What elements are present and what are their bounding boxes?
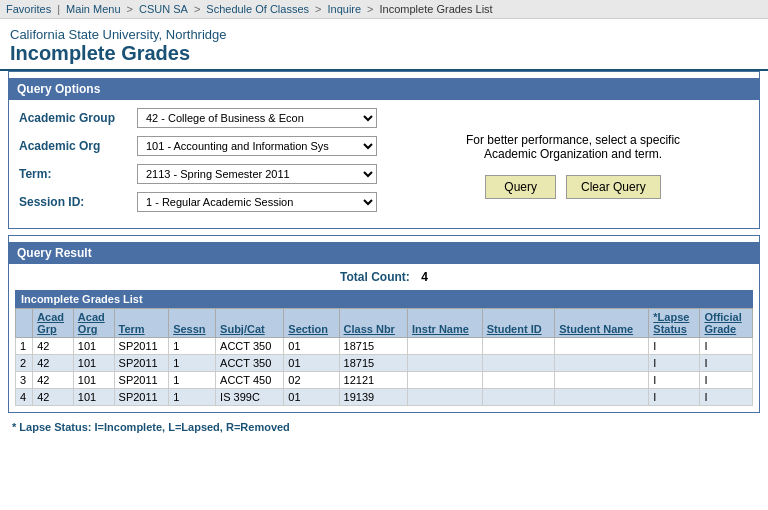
col-class-nbr-link[interactable]: Class Nbr [344, 323, 395, 335]
col-lapse-status: *LapseStatus [649, 309, 700, 338]
col-sessn: Sessn [169, 309, 216, 338]
table-cell: 4 [16, 389, 33, 406]
term-select[interactable]: 2113 - Spring Semester 2011 [137, 164, 377, 184]
table-cell: ACCT 450 [216, 372, 284, 389]
session-id-row: Session ID: 1 - Regular Academic Session [19, 192, 377, 212]
table-cell: 01 [284, 338, 339, 355]
col-acad-org-link[interactable]: AcadOrg [78, 311, 105, 335]
table-cell: 101 [73, 355, 114, 372]
table-cell: 42 [33, 389, 74, 406]
table-cell: 1 [169, 389, 216, 406]
session-id-label: Session ID: [19, 195, 129, 209]
nav-csun-sa[interactable]: CSUN SA [139, 3, 188, 15]
col-acad-grp-link[interactable]: AcadGrp [37, 311, 64, 335]
table-cell: SP2011 [114, 355, 169, 372]
academic-org-select[interactable]: 101 - Accounting and Information Sys [137, 136, 377, 156]
col-subj-cat-link[interactable]: Subj/Cat [220, 323, 265, 335]
col-acad-grp: AcadGrp [33, 309, 74, 338]
table-cell [555, 372, 649, 389]
sep5: > [367, 3, 373, 15]
breadcrumb: Favorites | Main Menu > CSUN SA > Schedu… [0, 0, 768, 19]
table-cell [482, 355, 555, 372]
table-cell: 01 [284, 355, 339, 372]
table-cell: I [649, 372, 700, 389]
table-cell: 42 [33, 372, 74, 389]
table-cell [555, 355, 649, 372]
table-container: Incomplete Grades List AcadGrp AcadOrg T… [9, 290, 759, 412]
table-cell: 02 [284, 372, 339, 389]
lapse-status-note: * Lapse Status: I=Incomplete, L=Lapsed, … [8, 413, 760, 437]
academic-group-select[interactable]: 42 - College of Business & Econ [137, 108, 377, 128]
col-student-name-link[interactable]: Student Name [559, 323, 633, 335]
table-cell: I [649, 338, 700, 355]
table-title: Incomplete Grades List [15, 290, 753, 308]
table-cell: ACCT 350 [216, 338, 284, 355]
table-cell: 1 [16, 338, 33, 355]
table-cell: 101 [73, 389, 114, 406]
table-cell: SP2011 [114, 372, 169, 389]
col-num [16, 309, 33, 338]
col-instr-name-link[interactable]: Instr Name [412, 323, 469, 335]
table-cell: 1 [169, 355, 216, 372]
col-section: Section [284, 309, 339, 338]
nav-main-menu[interactable]: Main Menu [66, 3, 120, 15]
query-result-panel: Query Result Total Count: 4 Incomplete G… [8, 235, 760, 413]
col-student-id-link[interactable]: Student ID [487, 323, 542, 335]
col-sessn-link[interactable]: Sessn [173, 323, 205, 335]
academic-org-label: Academic Org [19, 139, 129, 153]
performance-note: For better performance, select a specifi… [443, 133, 703, 161]
col-section-link[interactable]: Section [288, 323, 328, 335]
table-row: 142101SP20111ACCT 3500118715II [16, 338, 753, 355]
table-cell: 1 [169, 338, 216, 355]
grades-tbody: 142101SP20111ACCT 3500118715II242101SP20… [16, 338, 753, 406]
col-official-grade-link[interactable]: OfficialGrade [704, 311, 741, 335]
table-cell: 19139 [339, 389, 407, 406]
table-cell: I [649, 389, 700, 406]
nav-schedule-classes[interactable]: Schedule Of Classes [206, 3, 309, 15]
col-instr-name: Instr Name [407, 309, 482, 338]
sep1: | [57, 3, 60, 15]
nav-favorites[interactable]: Favorites [6, 3, 51, 15]
table-cell [482, 372, 555, 389]
button-row: Query Clear Query [485, 175, 660, 199]
col-official-grade: OfficialGrade [700, 309, 753, 338]
table-cell [407, 372, 482, 389]
total-count-label: Total Count: [340, 270, 410, 284]
grades-table: AcadGrp AcadOrg Term Sessn Subj/Cat Sect… [15, 308, 753, 406]
table-cell [482, 389, 555, 406]
col-term: Term [114, 309, 169, 338]
col-subj-cat: Subj/Cat [216, 309, 284, 338]
table-cell [555, 389, 649, 406]
table-cell: SP2011 [114, 338, 169, 355]
nav-inquire[interactable]: Inquire [327, 3, 361, 15]
table-cell: 2 [16, 355, 33, 372]
table-cell [407, 355, 482, 372]
table-cell: 18715 [339, 338, 407, 355]
query-options-panel: Query Options Academic Group 42 - Colleg… [8, 71, 760, 229]
term-row: Term: 2113 - Spring Semester 2011 [19, 164, 377, 184]
table-cell: IS 399C [216, 389, 284, 406]
table-row: 342101SP20111ACCT 4500212121II [16, 372, 753, 389]
col-student-id: Student ID [482, 309, 555, 338]
query-button[interactable]: Query [485, 175, 556, 199]
table-cell: ACCT 350 [216, 355, 284, 372]
academic-group-row: Academic Group 42 - College of Business … [19, 108, 377, 128]
table-cell [555, 338, 649, 355]
sep4: > [315, 3, 321, 15]
query-right-panel: For better performance, select a specifi… [397, 108, 749, 220]
sep3: > [194, 3, 200, 15]
col-term-link[interactable]: Term [119, 323, 145, 335]
col-lapse-status-link[interactable]: *LapseStatus [653, 311, 689, 335]
session-id-select[interactable]: 1 - Regular Academic Session [137, 192, 377, 212]
table-cell: I [649, 355, 700, 372]
page-title: Incomplete Grades [10, 42, 758, 65]
table-cell: 101 [73, 372, 114, 389]
table-row: 242101SP20111ACCT 3500118715II [16, 355, 753, 372]
table-cell: 18715 [339, 355, 407, 372]
query-options-header: Query Options [9, 78, 759, 100]
table-cell [482, 338, 555, 355]
query-result-header: Query Result [9, 242, 759, 264]
table-cell: 12121 [339, 372, 407, 389]
table-cell: I [700, 389, 753, 406]
clear-query-button[interactable]: Clear Query [566, 175, 661, 199]
